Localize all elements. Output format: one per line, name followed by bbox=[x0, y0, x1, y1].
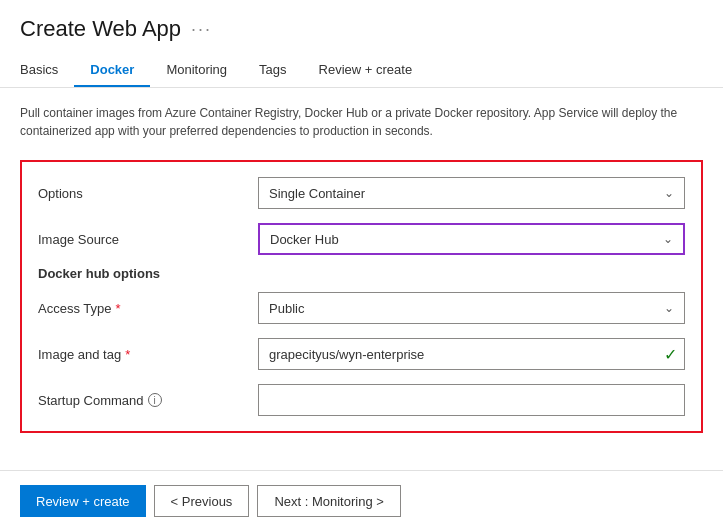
image-source-chevron-icon: ⌄ bbox=[663, 232, 673, 246]
image-tag-check-icon: ✓ bbox=[664, 345, 677, 364]
startup-command-label: Startup Command i bbox=[38, 393, 258, 408]
options-control: Single Container ⌄ bbox=[258, 177, 685, 209]
page-description: Pull container images from Azure Contain… bbox=[20, 104, 700, 140]
next-monitoring-button[interactable]: Next : Monitoring > bbox=[257, 485, 400, 517]
tab-bar: Basics Docker Monitoring Tags Review + c… bbox=[20, 54, 703, 87]
image-tag-control: ✓ bbox=[258, 338, 685, 370]
image-tag-input[interactable] bbox=[258, 338, 685, 370]
image-source-label: Image Source bbox=[38, 232, 258, 247]
image-source-select[interactable]: Docker Hub ⌄ bbox=[258, 223, 685, 255]
access-type-select[interactable]: Public ⌄ bbox=[258, 292, 685, 324]
image-tag-input-wrapper: ✓ bbox=[258, 338, 685, 370]
image-tag-row: Image and tag * ✓ bbox=[38, 335, 685, 373]
options-value: Single Container bbox=[269, 186, 365, 201]
docker-form-section: Options Single Container ⌄ Image Source … bbox=[20, 160, 703, 433]
image-tag-label: Image and tag * bbox=[38, 347, 258, 362]
image-tag-required: * bbox=[125, 347, 130, 362]
options-select[interactable]: Single Container ⌄ bbox=[258, 177, 685, 209]
access-type-chevron-icon: ⌄ bbox=[664, 301, 674, 315]
tab-basics[interactable]: Basics bbox=[20, 54, 74, 87]
startup-info-icon[interactable]: i bbox=[148, 393, 162, 407]
access-type-label: Access Type * bbox=[38, 301, 258, 316]
image-source-value: Docker Hub bbox=[270, 232, 339, 247]
startup-command-row: Startup Command i bbox=[38, 381, 685, 419]
tab-tags[interactable]: Tags bbox=[243, 54, 302, 87]
tab-review-create[interactable]: Review + create bbox=[303, 54, 429, 87]
tab-docker[interactable]: Docker bbox=[74, 54, 150, 87]
options-label: Options bbox=[38, 186, 258, 201]
options-chevron-icon: ⌄ bbox=[664, 186, 674, 200]
access-type-value: Public bbox=[269, 301, 304, 316]
access-type-control: Public ⌄ bbox=[258, 292, 685, 324]
docker-hub-section-title: Docker hub options bbox=[38, 266, 685, 281]
access-type-required: * bbox=[115, 301, 120, 316]
startup-command-control bbox=[258, 384, 685, 416]
page-header: Create Web App ··· Basics Docker Monitor… bbox=[0, 0, 723, 88]
previous-button[interactable]: < Previous bbox=[154, 485, 250, 517]
access-type-row: Access Type * Public ⌄ bbox=[38, 289, 685, 327]
image-source-control: Docker Hub ⌄ bbox=[258, 223, 685, 255]
startup-command-input[interactable] bbox=[258, 384, 685, 416]
title-more-icon[interactable]: ··· bbox=[191, 19, 212, 40]
image-source-row: Image Source Docker Hub ⌄ bbox=[38, 220, 685, 258]
create-web-app-window: Create Web App ··· Basics Docker Monitor… bbox=[0, 0, 723, 531]
main-content: Pull container images from Azure Contain… bbox=[0, 88, 723, 470]
page-footer: Review + create < Previous Next : Monito… bbox=[0, 470, 723, 531]
review-create-button[interactable]: Review + create bbox=[20, 485, 146, 517]
options-row: Options Single Container ⌄ bbox=[38, 174, 685, 212]
page-title: Create Web App bbox=[20, 16, 181, 42]
tab-monitoring[interactable]: Monitoring bbox=[150, 54, 243, 87]
